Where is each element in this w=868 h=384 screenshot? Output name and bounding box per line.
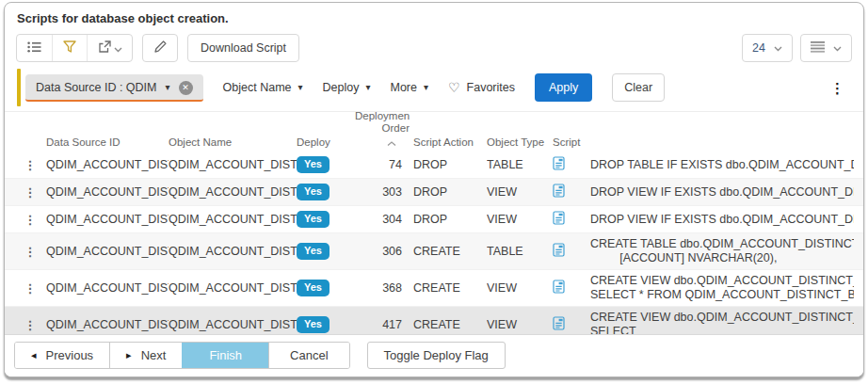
cell-script-text: DROP VIEW IF EXISTS dbo.QDIM_ACCOUNT_DIS… (590, 182, 854, 203)
cell-script-action: DROP (410, 213, 487, 226)
script-document-icon[interactable] (553, 247, 565, 260)
table-row[interactable]: ⋮ QDIM_ACCOUNT_DISTINC QDIM_ACCOUNT_DIST… (5, 179, 863, 206)
row-menu-icon[interactable]: ⋮ (14, 158, 46, 172)
script-document-icon[interactable] (553, 215, 565, 228)
previous-label: Previous (46, 348, 94, 362)
cell-script-text: CREATE VIEW dbo.QDIM_ACCOUNT_DISTINCT_BI… (590, 270, 854, 306)
cell-script-action: DROP (410, 185, 487, 199)
cell-object-name: QDIM_ACCOUNT_DISTINC (169, 245, 297, 258)
cell-deployment-order: 368 (355, 281, 410, 295)
row-menu-icon[interactable]: ⋮ (14, 213, 46, 227)
cell-deployment-order: 304 (355, 213, 410, 226)
row-menu-icon[interactable]: ⋮ (14, 185, 46, 200)
remove-filter-icon[interactable]: ✕ (179, 81, 193, 95)
cell-object-name: QDIM_ACCOUNT_DISTINC (169, 185, 297, 199)
list-view-icon (27, 41, 41, 56)
filter-funnel-icon (63, 40, 76, 56)
download-script-button[interactable]: Download Script (187, 34, 299, 62)
table-row[interactable]: ⋮ QDIM_ACCOUNT_DISTINC QDIM_ACCOUNT_DIST… (5, 152, 863, 179)
script-document-icon[interactable] (553, 320, 565, 333)
cell-script-text: DROP VIEW IF EXISTS dbo.QDIM_ACCOUNT_DIS… (590, 209, 854, 231)
filter-dropdown-label: More (390, 81, 416, 94)
cell-script-icon (553, 316, 590, 333)
toolbar-right: 24 (742, 34, 852, 62)
sort-ascending-icon[interactable] (387, 136, 396, 148)
favorites-toggle[interactable]: ♡ Favorites (448, 81, 515, 94)
wizard-footer: ◂ Previous ▸ Next Finish Cancel Toggle D… (5, 334, 863, 376)
cell-object-type: TABLE (487, 158, 553, 171)
deploy-yes-badge: Yes (297, 211, 330, 228)
cell-script-icon (553, 243, 590, 260)
deploy-yes-badge: Yes (297, 280, 330, 296)
cell-data-source-id: QDIM_ACCOUNT_DISTINC (46, 158, 169, 171)
export-button[interactable] (87, 35, 132, 61)
table-row[interactable]: ⋮ QDIM_ACCOUNT_DISTINC QDIM_ACCOUNT_DIST… (5, 233, 863, 270)
filter-overflow-menu-icon[interactable]: ⋮ (825, 81, 850, 95)
filter-dropdown-deploy[interactable]: Deploy ▾ (323, 81, 371, 94)
row-menu-icon[interactable]: ⋮ (14, 245, 46, 259)
cell-data-source-id: QDIM_ACCOUNT_DISTINC (46, 245, 169, 258)
row-density-icon (811, 41, 825, 56)
cell-deploy: Yes (297, 316, 355, 333)
finish-button[interactable]: Finish (182, 343, 268, 368)
header-script-action[interactable]: Script Action (410, 136, 487, 152)
filter-dropdown-more[interactable]: More ▾ (390, 81, 428, 94)
cell-script-icon (553, 211, 590, 228)
arrow-left-icon: ◂ (31, 350, 37, 360)
header-script-spacer (590, 144, 854, 152)
export-icon (98, 40, 111, 56)
caret-down-icon: ▾ (365, 83, 370, 92)
pencil-icon (153, 40, 167, 56)
cell-deploy: Yes (297, 184, 355, 200)
row-menu-icon[interactable]: ⋮ (14, 318, 46, 332)
header-deployment-order[interactable]: Deployment Order (355, 112, 410, 152)
filter-dropdown-object-name[interactable]: Object Name ▾ (223, 81, 303, 94)
edit-button[interactable] (142, 34, 178, 62)
row-menu-icon[interactable]: ⋮ (14, 281, 46, 296)
cell-data-source-id: QDIM_ACCOUNT_DISTINC (46, 213, 169, 226)
cell-object-type: TABLE (487, 245, 553, 258)
header-data-source-id[interactable]: Data Source ID (46, 136, 169, 152)
toggle-deploy-flag-button[interactable]: Toggle Deploy Flag (367, 342, 506, 369)
cell-deployment-order: 74 (355, 158, 410, 171)
script-document-icon[interactable] (553, 160, 565, 173)
grid-body: ⋮ QDIM_ACCOUNT_DISTINC QDIM_ACCOUNT_DIST… (5, 152, 863, 334)
cell-script-action: DROP (410, 158, 487, 171)
next-button[interactable]: ▸ Next (109, 343, 182, 368)
cell-deployment-order: 306 (355, 245, 410, 258)
page-size-select[interactable]: 24 (742, 34, 793, 62)
cell-script-text: DROP TABLE IF EXISTS dbo.QDIM_ACCOUNT_DI… (590, 154, 854, 176)
cancel-button[interactable]: Cancel (268, 343, 348, 368)
cell-object-type: VIEW (487, 185, 553, 199)
table-row[interactable]: ⋮ QDIM_ACCOUNT_DISTINC QDIM_ACCOUNT_DIST… (5, 270, 863, 307)
filter-accent-bar (17, 69, 21, 106)
cell-deploy: Yes (297, 280, 355, 296)
header-object-type[interactable]: Object Type (487, 136, 553, 152)
filter-button[interactable] (52, 35, 87, 61)
header-deploy[interactable]: Deploy (297, 136, 355, 152)
table-row[interactable]: ⋮ QDIM_ACCOUNT_DISTINC QDIM_ACCOUNT_DIST… (5, 206, 863, 233)
next-label: Next (141, 348, 167, 362)
script-document-icon[interactable] (553, 283, 565, 296)
header-deployment-order-label: Deployment Order (355, 112, 410, 135)
cell-deploy: Yes (297, 156, 355, 173)
row-height-select[interactable] (800, 34, 852, 62)
clear-button[interactable]: Clear (612, 73, 665, 102)
cell-data-source-id: QDIM_ACCOUNT_DISTINC (46, 281, 169, 295)
apply-button[interactable]: Apply (535, 73, 592, 102)
header-object-name[interactable]: Object Name (169, 136, 297, 152)
cell-script-text: CREATE VIEW dbo.QDIM_ACCOUNT_DISTINCT_TM… (590, 307, 854, 334)
header-script[interactable]: Script (553, 136, 590, 152)
script-document-icon[interactable] (553, 187, 565, 200)
cell-script-action: CREATE (410, 281, 487, 295)
cell-script-text: CREATE TABLE dbo.QDIM_ACCOUNT_DISTINCT_B… (590, 233, 854, 269)
cell-object-type: VIEW (487, 281, 553, 295)
table-row[interactable]: ⋮ QDIM_ACCOUNT_DISTINC QDIM_ACCOUNT_DIST… (5, 307, 863, 334)
cell-deploy: Yes (297, 211, 355, 228)
chevron-down-icon (114, 41, 122, 56)
cell-object-name: QDIM_ACCOUNT_DISTINC (169, 158, 297, 171)
cell-object-type: VIEW (487, 318, 553, 331)
list-view-button[interactable] (17, 35, 52, 61)
filter-chip-data-source-id[interactable]: Data Source ID : QDIM ▾ ✕ (25, 74, 203, 102)
previous-button[interactable]: ◂ Previous (15, 343, 109, 368)
